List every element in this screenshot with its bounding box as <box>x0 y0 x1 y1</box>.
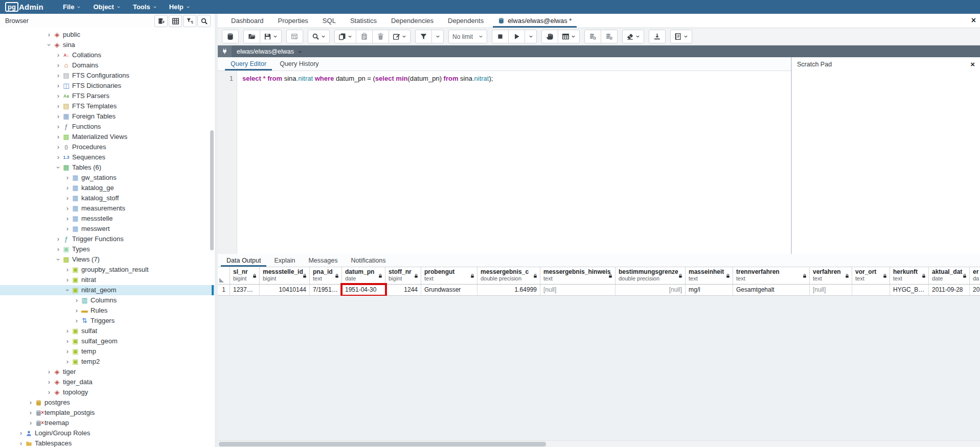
search-tree-button[interactable] <box>197 15 211 27</box>
execute-options-button[interactable] <box>525 30 537 43</box>
sidebar-item-tables-6[interactable]: ›▦Tables (6) <box>0 162 215 173</box>
column-header-bestimmungsgrenze[interactable]: bestimmungsgrenzedouble precision <box>616 267 686 284</box>
column-header-masseinheit[interactable]: masseinheittext <box>686 267 733 284</box>
tab-dependencies[interactable]: Dependencies <box>384 14 441 28</box>
sidebar-item-fts-dictionaries[interactable]: ›◫FTS Dictionaries <box>0 81 215 91</box>
sidebar-item-topology[interactable]: ›◈topology <box>0 387 215 397</box>
explain-analyze-button[interactable] <box>558 30 580 43</box>
cell-messergebnis_hinweis[interactable]: [null] <box>540 285 616 295</box>
column-header-pna_id[interactable]: pna_idtext <box>310 267 342 284</box>
chevron-right-icon[interactable]: › <box>64 357 71 367</box>
sidebar-item-foreign-tables[interactable]: ›▦Foreign Tables <box>0 111 215 122</box>
connection-label[interactable]: elwas/elwas@elwas <box>237 48 294 55</box>
chevron-right-icon[interactable]: › <box>64 224 71 234</box>
chevron-right-icon[interactable]: › <box>73 295 80 305</box>
sidebar-item-sulfat-geom[interactable]: ›▣sulfat_geom <box>0 336 215 346</box>
cell-pna_id[interactable]: 7/1951/90... <box>310 285 342 295</box>
download-button[interactable] <box>649 30 666 43</box>
save-file-button[interactable] <box>260 30 282 43</box>
column-header-trennverfahren[interactable]: trennverfahrentext <box>733 267 810 284</box>
sidebar-item-collations[interactable]: ›A↓Collations <box>0 50 215 60</box>
sidebar-item-tiger[interactable]: ›◈tiger <box>0 367 215 377</box>
cell-datum_pn[interactable]: 1951-04-30 <box>342 285 385 295</box>
sidebar-item-sulfat[interactable]: ›▣sulfat <box>0 326 215 336</box>
sidebar-item-katalog-stoff[interactable]: ›▦katalog_stoff <box>0 193 215 203</box>
open-file-button[interactable] <box>243 30 260 43</box>
tab-elwas-elwas-elwas[interactable]: elwas/elwas@elwas * <box>491 14 579 28</box>
sidebar-item-materialized-views[interactable]: ›▩Materialized Views <box>0 132 215 142</box>
chevron-right-icon[interactable]: › <box>55 50 62 60</box>
chevron-right-icon[interactable]: › <box>45 30 53 40</box>
sidebar-item-tablespaces[interactable]: ›Tablespaces <box>0 438 215 447</box>
sidebar-item-types[interactable]: ›▣Types <box>0 244 215 254</box>
column-header-datum_pn[interactable]: datum_pndate <box>342 267 385 284</box>
chevron-right-icon[interactable]: › <box>64 183 71 193</box>
chevron-right-icon[interactable]: › <box>64 193 71 203</box>
chevron-right-icon[interactable]: › <box>27 418 34 428</box>
scratch-pad-input[interactable] <box>792 71 980 254</box>
commit-button[interactable] <box>584 30 601 43</box>
tab-statistics[interactable]: Statistics <box>343 14 384 28</box>
chevron-right-icon[interactable]: › <box>73 305 80 316</box>
chevron-right-icon[interactable]: › <box>17 428 25 438</box>
sidebar-item-nitrat-geom[interactable]: ›▣nitrat_geom <box>0 285 215 295</box>
sidebar-item-temp2[interactable]: ›▣temp2 <box>0 357 215 367</box>
cell-herkunft[interactable]: HYGC_BR-K <box>890 285 929 295</box>
chevron-right-icon[interactable]: › <box>55 152 62 162</box>
sidebar-item-tiger-data[interactable]: ›◈tiger_data <box>0 377 215 387</box>
chevron-right-icon[interactable]: › <box>55 81 62 91</box>
refresh-tree-button[interactable] <box>154 15 168 27</box>
sidebar-item-sina[interactable]: ›◈sina <box>0 40 215 50</box>
sidebar-item-procedures[interactable]: ›{}Procedures <box>0 142 215 152</box>
cell-messstelle_id[interactable]: 10410144 <box>260 285 310 295</box>
sidebar-item-postgres[interactable]: ›postgres <box>0 397 215 408</box>
column-header-probengut[interactable]: probenguttext <box>421 267 477 284</box>
sql-code-line[interactable]: select * from sina.nitrat where datum_pn… <box>242 75 493 82</box>
chevron-right-icon[interactable]: › <box>27 397 34 408</box>
sidebar-item-columns[interactable]: ›▥Columns <box>0 295 215 305</box>
chevron-right-icon[interactable]: › <box>64 265 71 275</box>
chevron-right-icon[interactable]: › <box>27 408 34 418</box>
cell-stoff_nr[interactable]: 1244 <box>385 285 421 295</box>
chevron-right-icon[interactable]: › <box>55 60 62 70</box>
view-properties-button[interactable] <box>169 15 182 27</box>
chevron-right-icon[interactable]: › <box>55 101 62 111</box>
rollback-button[interactable] <box>601 30 618 43</box>
chevron-right-icon[interactable]: › <box>55 91 62 101</box>
chevron-right-icon[interactable]: › <box>64 173 71 183</box>
cell-masseinheit[interactable]: mg/l <box>686 285 733 295</box>
tab-notifications[interactable]: Notifications <box>344 254 392 267</box>
menu-file[interactable]: File <box>57 1 87 13</box>
cell-verfahren[interactable]: [null] <box>810 285 852 295</box>
filter-button[interactable] <box>415 30 432 43</box>
sidebar-item-sequences[interactable]: ›1.3Sequences <box>0 152 215 162</box>
sidebar-item-nitrat[interactable]: ›▣nitrat <box>0 275 215 285</box>
sidebar-item-measurements[interactable]: ›▦measurements <box>0 203 215 214</box>
column-header-stoff_nr[interactable]: stoff_nrbigint <box>385 267 421 284</box>
chevron-right-icon[interactable]: › <box>17 438 25 447</box>
cell-messergebnis_c[interactable]: 1.64999 <box>477 285 540 295</box>
chevron-right-icon[interactable]: › <box>45 377 53 387</box>
cell-trennverfahren[interactable]: Gesamtgehalt <box>733 285 810 295</box>
macro-button[interactable] <box>670 30 692 43</box>
sidebar-item-fts-parsers[interactable]: ›AaFTS Parsers <box>0 91 215 101</box>
clear-button[interactable] <box>622 30 644 43</box>
chevron-right-icon[interactable]: › <box>64 203 71 214</box>
sidebar-item-login-group-roles[interactable]: ›Login/Group Roles <box>0 428 215 438</box>
cell-er[interactable]: 20 <box>970 285 980 295</box>
row-limit-select[interactable]: No limit <box>448 30 487 43</box>
execute-button[interactable] <box>508 30 525 43</box>
paste-button[interactable] <box>356 30 373 43</box>
tab-explain[interactable]: Explain <box>267 254 302 267</box>
sidebar-item-template-postgis[interactable]: ›×template_postgis <box>0 408 215 418</box>
sidebar-item-trigger-functions[interactable]: ›ƒTrigger Functions <box>0 234 215 244</box>
tab-properties[interactable]: Properties <box>271 14 315 28</box>
chevron-right-icon[interactable]: › <box>64 214 71 224</box>
menu-help[interactable]: Help <box>163 1 196 13</box>
chevron-right-icon[interactable]: › <box>64 275 71 285</box>
tab-query-editor[interactable]: Query Editor <box>224 57 273 70</box>
tab-data-output[interactable]: Data Output <box>220 254 267 267</box>
explain-button[interactable] <box>541 30 558 43</box>
stop-button[interactable] <box>492 30 509 43</box>
tree-vertical-scrollbar[interactable] <box>210 130 214 250</box>
